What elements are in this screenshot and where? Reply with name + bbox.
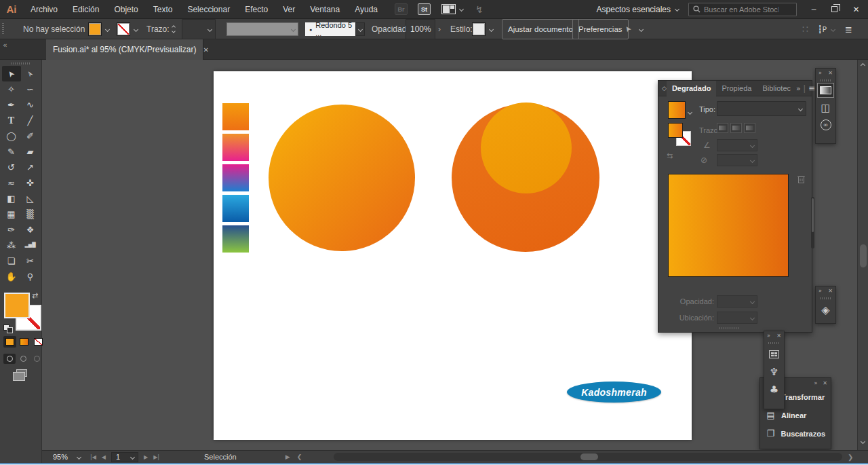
stroke-chevron-icon[interactable] [131,19,140,39]
expand-panel-icon[interactable]: » [814,380,817,386]
color-button[interactable] [3,336,16,348]
bridge-icon[interactable]: Br [395,3,408,15]
artboard-tool[interactable]: ❏ [2,253,21,269]
scroll-left-icon[interactable]: ❮ [297,453,302,460]
pointer-chevron-icon[interactable] [636,19,646,39]
restore-button[interactable] [824,1,844,18]
scroll-down-icon[interactable] [861,439,865,444]
drag-handle[interactable] [820,79,832,81]
style-swatch[interactable] [472,19,486,39]
default-fill-stroke-icon[interactable] [3,324,13,333]
style-chevron-icon[interactable] [486,19,496,39]
menu-archivo[interactable]: Archivo [23,5,65,14]
fill-color-proxy[interactable] [4,293,30,318]
search-input[interactable] [704,5,778,14]
creative-cloud-icon[interactable]: ∞ [821,119,831,130]
location-dropdown[interactable] [717,312,757,324]
collapse-tools-icon[interactable]: « [3,41,7,50]
stock-icon[interactable]: St [418,3,431,15]
gpu-performance-icon[interactable]: ↯ [475,4,484,15]
mesh-tool[interactable]: ▦ [2,206,21,222]
zoom-tool[interactable]: ⚲ [21,269,40,284]
hand-tool[interactable]: ✋ [2,269,21,284]
blend-tool[interactable]: ❖ [21,222,40,238]
tab-degradado[interactable]: Degradado [667,81,716,96]
brushes-panel-icon[interactable]: ♆ [764,363,784,381]
document-tab[interactable]: Fusion.ai* al 95% (CMYK/Previsualizar) ✕ [46,39,203,60]
width-tool[interactable]: ≈ [2,175,21,191]
close-panel-icon[interactable]: ✕ [823,380,827,386]
stroke-stepper[interactable] [172,19,177,39]
draw-behind-button[interactable] [17,354,29,364]
first-page-icon[interactable]: |◀ [90,454,96,460]
scrollbar-thumb[interactable] [860,244,867,267]
gradient-swatch-blue[interactable] [222,195,249,222]
next-page-icon[interactable]: ▶ [144,454,148,460]
search-box[interactable] [688,3,797,16]
panel-collapse-icon[interactable]: ◇ [662,85,667,92]
arrange-documents-icon[interactable] [441,4,456,14]
eraser-tool[interactable]: ▰ [21,144,40,160]
fill-color-swatch[interactable] [88,19,102,39]
prev-page-icon[interactable]: ◀ [102,454,106,460]
scale-tool[interactable]: ↗ [21,160,40,175]
gradient-swatch-orange-magenta[interactable] [222,134,249,161]
width-profile-dropdown[interactable] [226,22,298,36]
drag-handle[interactable] [2,23,4,35]
expand-panel-icon[interactable]: » [818,70,822,76]
status-play-icon[interactable]: ▶ [285,453,290,460]
gradient-panel-icon[interactable] [817,83,834,98]
chevron-down-icon[interactable] [459,7,464,12]
expand-panel-icon[interactable]: » [767,333,770,339]
swap-fill-stroke-icon[interactable]: ⇄ [32,291,38,300]
panel-scrollbar[interactable] [811,197,814,248]
drag-handle[interactable] [820,297,832,299]
align-chevron-icon[interactable] [828,19,837,39]
panel-opacity-dropdown[interactable] [717,295,757,308]
stroke-weight-label[interactable]: Trazo: [146,19,170,39]
opacity-field[interactable]: 100% [406,19,435,39]
stroke-weight-combo[interactable] [182,19,216,39]
fit-document-button[interactable]: Ajustar documento [502,19,579,39]
drag-handle[interactable] [11,62,31,64]
zoom-level[interactable]: 95% [53,453,77,461]
pencil-tool[interactable]: ✎ [2,144,21,160]
fill-proxy-gradient[interactable] [668,123,683,138]
delete-gradient-icon[interactable] [797,174,806,184]
layers-panel-icon[interactable]: ◈ [816,301,835,318]
close-panel-icon[interactable]: ✕ [828,288,833,294]
gradient-type-dropdown[interactable] [717,101,806,116]
menu-seleccionar[interactable]: Seleccionar [180,5,237,14]
stroke-gradient-buttons[interactable] [717,123,757,135]
artboard-number-field[interactable]: 1 [111,452,138,462]
opacity-label[interactable]: Opacidad: [372,19,409,39]
panel-more-icon[interactable]: » [796,84,801,93]
reverse-gradient-icon[interactable]: ⇆ [667,151,673,160]
gradient-preview[interactable] [668,174,789,277]
gradient-swatch-navy-green[interactable] [222,225,249,253]
symbols-panel-icon[interactable]: ♣ [764,381,784,398]
draw-inside-button[interactable] [31,354,43,364]
type-tool[interactable]: T [2,113,21,128]
menu-ayuda[interactable]: Ayuda [347,5,385,14]
stroke-color-swatch[interactable] [117,19,130,39]
draw-normal-button[interactable] [3,354,16,364]
close-panel-icon[interactable]: ✕ [776,333,781,339]
artboard[interactable]: Kadoshmerah [214,71,692,440]
list-view-icon[interactable]: ≣ [845,19,852,39]
grid-toggle-icon[interactable]: ∷ [802,19,808,39]
slice-tool[interactable]: ✂ [21,253,40,269]
brush-combo[interactable]: ●Redondo 5 ... [305,22,355,36]
scroll-right-icon[interactable]: ❯ [848,453,853,461]
scrollbar-thumb[interactable] [580,453,598,460]
opacity-more-icon[interactable]: › [438,19,441,39]
aspect-dropdown[interactable] [717,154,757,166]
workspace-switcher[interactable]: Aspectos esenciales [597,5,671,14]
chevron-down-icon[interactable] [675,7,679,12]
panel-menu-icon[interactable]: ≡ [808,83,815,93]
gradient-tool[interactable]: ▒ [21,206,40,222]
ellipse-tool[interactable]: ◯ [2,128,21,144]
line-segment-tool[interactable]: ╱ [21,113,40,128]
kadoshmerah-logo[interactable]: Kadoshmerah [567,382,661,403]
swatches-panel-icon[interactable] [764,346,784,363]
